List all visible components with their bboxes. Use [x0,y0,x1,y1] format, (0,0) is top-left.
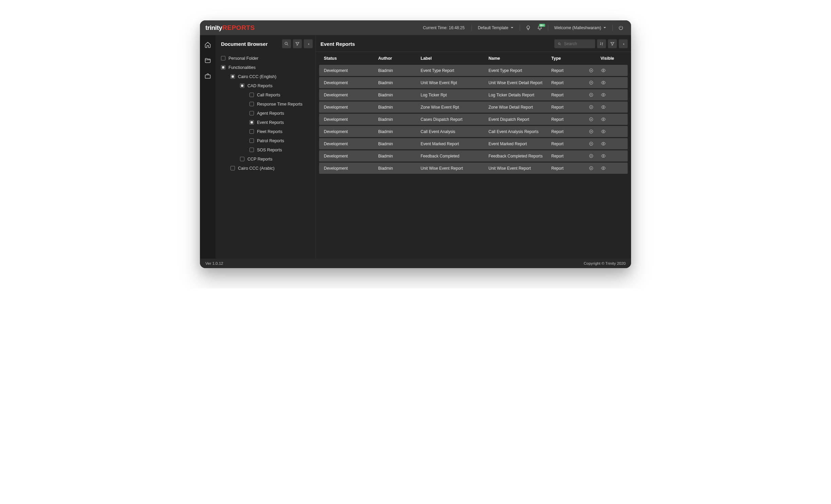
briefcase-icon[interactable] [203,71,213,81]
tree-node[interactable]: Patrol Reports [216,136,315,145]
cell-status: Development [324,117,378,122]
checkbox[interactable] [221,65,225,70]
svg-point-12 [603,119,604,120]
checkbox[interactable] [250,111,254,115]
checkbox[interactable] [240,157,244,161]
main-collapse-button[interactable]: ‹‹ [619,39,628,48]
power-icon[interactable] [616,23,626,33]
eye-icon[interactable] [601,141,606,147]
main-filter-button[interactable] [608,39,617,48]
svg-point-10 [603,107,604,108]
body: Document Browser ‹‹ Personal FolderFunct… [200,35,631,259]
chevron-down-icon [603,26,606,29]
template-dropdown[interactable]: Default Template [475,25,516,30]
tree-label: Call Reports [257,93,280,97]
checkbox[interactable] [250,129,254,134]
eye-icon[interactable] [601,104,606,110]
tree-node[interactable]: Cairo CCC (English) [216,72,315,81]
play-icon[interactable] [588,141,594,147]
table-row[interactable]: DevelopmentBiadminUnit Wise Event Report… [319,163,628,174]
cell-type: Report [551,93,582,97]
tree-node[interactable]: Cairo CCC (Arabic) [216,164,315,173]
bell-icon[interactable]: 99+ [535,23,544,33]
col-visible[interactable]: Visible [601,56,621,61]
sidebar-search-button[interactable] [282,39,291,48]
cell-label: Unit Wise Event Report [421,166,488,171]
tree-node[interactable]: CCP Reports [216,154,315,164]
checkbox[interactable] [230,74,235,79]
eye-icon[interactable] [601,153,606,159]
search-box[interactable] [554,39,595,48]
tree-node[interactable]: CAD Reports [216,81,315,90]
tree-node[interactable]: Event Reports [216,118,315,127]
cell-type: Report [551,129,582,134]
table-row[interactable]: DevelopmentBiadminEvent Type ReportEvent… [319,65,628,76]
checkbox[interactable] [250,120,254,125]
checkbox[interactable] [250,93,254,97]
sidebar-filter-button[interactable] [293,39,302,48]
table-row[interactable]: DevelopmentBiadminEvent Marked ReportEve… [319,138,628,149]
tree-node[interactable]: Functionalities [216,63,315,72]
sort-button[interactable] [597,39,606,48]
play-icon[interactable] [588,129,594,134]
checkbox[interactable] [240,83,244,88]
sidebar-header: Document Browser ‹‹ [216,35,315,52]
table-row[interactable]: DevelopmentBiadminFeedback CompletedFeed… [319,150,628,162]
table-row[interactable]: DevelopmentBiadminUnit Wise Event RptUni… [319,77,628,88]
checkbox[interactable] [250,138,254,143]
table-row[interactable]: DevelopmentBiadminCases Dispatch ReportE… [319,114,628,125]
app-window: trinity REPORTS Current Time: 16:48:25 D… [200,20,631,268]
eye-icon[interactable] [601,92,606,98]
play-icon[interactable] [588,153,594,159]
search-input[interactable] [564,41,592,46]
eye-icon[interactable] [601,116,606,122]
eye-icon[interactable] [601,80,606,86]
col-author[interactable]: Author [378,56,421,61]
checkbox[interactable] [221,56,225,60]
cell-status: Development [324,80,378,85]
cell-status: Development [324,68,378,73]
play-icon[interactable] [588,104,594,110]
logo-text-a: trinity [205,24,222,32]
play-icon[interactable] [588,80,594,86]
col-name[interactable]: Name [488,56,551,61]
table: Status Author Label Name Type Visible De… [316,52,631,175]
home-icon[interactable] [203,40,213,50]
sidebar: Document Browser ‹‹ Personal FolderFunct… [216,35,316,259]
tree-node[interactable]: Fleet Reports [216,127,315,136]
col-label[interactable]: Label [421,56,488,61]
tree-node[interactable]: Call Reports [216,90,315,99]
cell-type: Report [551,80,582,85]
checkbox[interactable] [230,166,235,170]
cell-label: Log Ticker Rpt [421,93,488,97]
tree-node[interactable]: Personal Folder [216,54,315,63]
tree-node[interactable]: Agent Reports [216,109,315,118]
eye-icon[interactable] [601,129,606,134]
checkbox[interactable] [250,102,254,106]
sidebar-collapse-button[interactable]: ‹‹ [304,39,313,48]
table-row[interactable]: DevelopmentBiadminLog Ticker RptLog Tick… [319,89,628,100]
svg-point-2 [558,42,560,44]
eye-icon[interactable] [601,68,606,73]
col-type[interactable]: Type [551,56,582,61]
col-status[interactable]: Status [324,56,378,61]
cell-type: Report [551,142,582,146]
eye-icon[interactable] [601,165,606,171]
table-row[interactable]: DevelopmentBiadminCall Event AnalysisCal… [319,126,628,137]
tree-node[interactable]: SOS Reports [216,145,315,154]
tree-label: Event Reports [257,120,284,125]
folder-icon[interactable] [203,56,213,65]
bulb-icon[interactable] [523,23,533,33]
play-icon[interactable] [588,68,594,73]
search-icon [558,42,561,46]
play-icon[interactable] [588,165,594,171]
play-icon[interactable] [588,92,594,98]
tree-label: Cairo CCC (English) [238,74,276,79]
tree-node[interactable]: Response Time Reports [216,99,315,109]
table-row[interactable]: DevelopmentBiadminZone Wise Event RptZon… [319,101,628,113]
user-dropdown[interactable]: Welcome (Malleshwaram) [552,25,609,30]
checkbox[interactable] [250,148,254,152]
play-icon[interactable] [588,116,594,122]
footer: Ver 1.0.12 Copyright © Trinity 2020 [200,259,631,268]
main: Event Reports ‹‹ Status Author Label Nam… [316,35,631,259]
